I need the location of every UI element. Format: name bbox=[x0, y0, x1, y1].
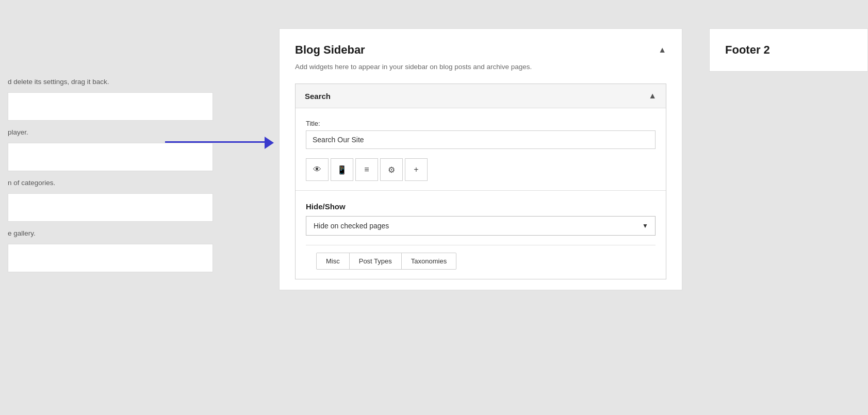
blog-sidebar-panel: Blog Sidebar ▲ Add widgets here to appea… bbox=[279, 28, 682, 290]
tabs-row: Misc Post Types Taxonomies bbox=[306, 245, 656, 270]
left-input-4 bbox=[8, 244, 213, 272]
add-icon: + bbox=[414, 165, 418, 174]
left-panel: d delete its settings, drag it back. pla… bbox=[0, 0, 273, 415]
settings-icon: ⚙ bbox=[388, 165, 395, 175]
left-input-3 bbox=[8, 193, 213, 222]
arrow-line bbox=[165, 141, 268, 143]
toolbar-buttons: 👁 📱 ≡ ⚙ + bbox=[306, 158, 656, 181]
mobile-button[interactable]: 📱 bbox=[331, 158, 353, 181]
settings-button[interactable]: ⚙ bbox=[380, 158, 403, 181]
visibility-icon: 👁 bbox=[313, 165, 321, 174]
visibility-button[interactable]: 👁 bbox=[306, 158, 329, 181]
arrow-head bbox=[265, 137, 274, 149]
blog-sidebar-collapse-button[interactable]: ▲ bbox=[658, 45, 666, 55]
search-widget-collapse-button[interactable]: ▲ bbox=[648, 91, 657, 101]
hide-show-label: Hide/Show bbox=[306, 202, 656, 211]
add-button[interactable]: + bbox=[405, 158, 428, 181]
footer2-panel: Footer 2 bbox=[709, 28, 868, 72]
mobile-icon: 📱 bbox=[337, 165, 347, 175]
search-widget-header: Search ▲ bbox=[296, 84, 666, 108]
footer2-title: Footer 2 bbox=[725, 43, 770, 56]
tab-post-types[interactable]: Post Types bbox=[349, 253, 402, 270]
tab-misc[interactable]: Misc bbox=[316, 253, 350, 270]
search-widget-body: Title: 👁 📱 ≡ ⚙ + bbox=[296, 108, 666, 190]
blog-sidebar-header: Blog Sidebar ▲ bbox=[295, 43, 666, 57]
arrow-pointer bbox=[165, 135, 284, 151]
align-button[interactable]: ≡ bbox=[355, 158, 378, 181]
blog-sidebar-title: Blog Sidebar bbox=[295, 43, 365, 57]
left-text-3: n of categories. bbox=[8, 178, 266, 188]
search-widget: Search ▲ Title: 👁 📱 ≡ ⚙ + bbox=[295, 84, 666, 279]
hide-show-dropdown-wrapper: Hide on checked pages Show on checked pa… bbox=[306, 216, 656, 236]
blog-sidebar-description: Add widgets here to appear in your sideb… bbox=[295, 62, 666, 72]
left-text-1: d delete its settings, drag it back. bbox=[8, 77, 266, 87]
search-widget-title: Search bbox=[305, 92, 331, 101]
left-text-4: e gallery. bbox=[8, 229, 266, 239]
tab-taxonomies[interactable]: Taxonomies bbox=[401, 253, 456, 270]
hide-show-section: Hide/Show Hide on checked pages Show on … bbox=[296, 190, 666, 279]
left-input-1 bbox=[8, 92, 213, 121]
title-input[interactable] bbox=[306, 130, 656, 149]
align-icon: ≡ bbox=[364, 165, 369, 174]
hide-show-dropdown[interactable]: Hide on checked pages Show on checked pa… bbox=[306, 216, 656, 236]
title-field-label: Title: bbox=[306, 120, 656, 127]
